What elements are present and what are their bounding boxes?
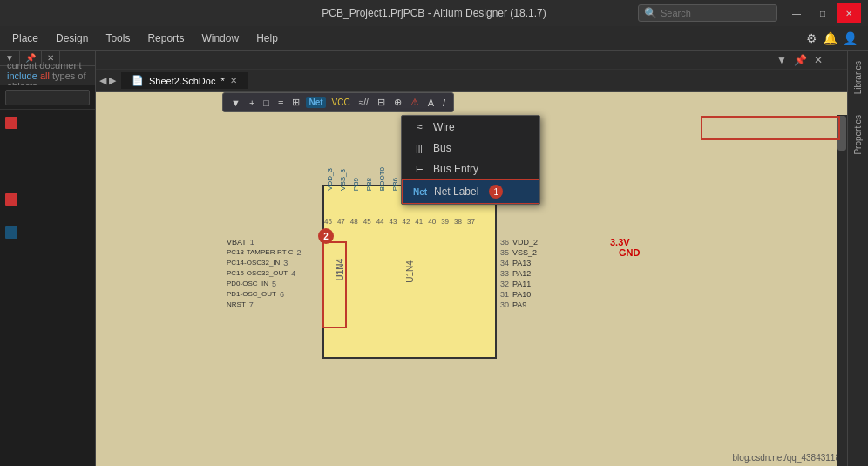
net-label-text: Net Label [434,186,478,198]
tpin-46: 46 [324,218,332,226]
tab-arrow-icon[interactable]: ◀ [99,75,106,86]
rpin-label-vdd2: VDD_2 [512,238,538,247]
rpin-label-pa12: PA12 [512,269,531,278]
right-sidebar: Libraries Properties [847,51,868,466]
tool-text[interactable]: A [425,96,437,110]
notification-icon[interactable]: 🔔 [823,31,837,45]
left-pin-labels: VBAT 1 PC13-TAMPER-RT C 2 PC14-OSC32_IN … [227,237,301,310]
search-input[interactable] [661,8,774,18]
rpin-label-pa13: PA13 [512,259,531,267]
pin-num-5: 5 [272,280,276,288]
schematic-area[interactable]: ▼ + □ ≡ ⊞ Net VCC ≈// ⊟ ⊕ ⚠ A / ≈ Wire [96,92,847,466]
sidebar-tab-libraries[interactable]: Libraries [850,51,866,105]
top-pin-pb8: PB8 [365,178,373,191]
top-pin-numbers: 46 47 48 45 44 43 42 41 40 39 38 37 [324,218,475,226]
menu-place[interactable]: Place [3,29,47,48]
pin-num-4: 4 [291,269,295,278]
tpin-43: 43 [390,218,397,226]
menu-tools[interactable]: Tools [97,29,139,48]
close-button[interactable]: ✕ [837,3,861,23]
tool-grid[interactable]: ⊞ [289,95,302,110]
menu-bar: Place Design Tools Reports Window Help ⚙… [0,26,868,51]
menu-item-bus-entry[interactable]: ⊢ Bus Entry [402,159,539,179]
menu-item-bus[interactable]: ||| Bus [402,138,539,159]
rpin-num-36: 36 [500,238,509,247]
net-label-icon: Net [413,187,427,197]
red-icon-1 [5,117,17,129]
rpin-num-32: 32 [500,280,509,288]
blue-icon-1 [5,226,17,239]
tool-wave[interactable]: ≈// [356,96,371,109]
pin-num-6: 6 [280,290,284,299]
menu-item-wire[interactable]: ≈ Wire [402,116,539,138]
tool-add[interactable]: + [247,96,257,110]
bus-entry-icon: ⊢ [412,165,426,174]
scroll-thumb[interactable] [837,116,846,151]
pin-label-pd0: PD0-OSC_IN [227,280,268,287]
left-panel: ▼ 📌 ✕ current document include all types… [0,51,96,466]
rpin-num-35: 35 [500,248,509,257]
menu-item-net-label[interactable]: Net Net Label 1 [402,179,539,204]
right-pin-labels: 36 VDD_2 35 VSS_2 34 PA13 33 PA12 [500,237,538,310]
tool-circle[interactable]: ⊕ [391,95,404,110]
pin-num-2: 2 [296,248,301,257]
scrollbar[interactable] [837,115,847,466]
bus-entry-label: Bus Entry [433,163,478,175]
tab-label: Sheet2.SchDoc [149,76,215,86]
tpin-42: 42 [402,218,410,226]
rpin-num-31: 31 [500,290,509,299]
tool-draw[interactable]: / [440,96,448,110]
chip-u1-label: U1N4 [336,259,345,281]
menu-help[interactable]: Help [248,29,287,48]
top-pin-vdd3: VDD_3 [326,168,334,191]
settings-icon[interactable]: ⚙ [806,31,817,45]
tpin-48: 48 [350,218,358,226]
red-icon-2 [5,193,17,206]
title-bar: PCB_Project1.PrjPCB - Altium Designer (1… [0,0,868,26]
tool-filter[interactable]: ▼ [228,96,243,110]
menu-reports[interactable]: Reports [139,29,193,48]
top-pin-pb6: PB6 [391,178,399,191]
badge-2: 2 [318,228,334,244]
search-icon: 🔍 [644,7,657,19]
net-label-badge: 1 [489,185,503,199]
search-bar[interactable]: 🔍 [638,4,777,22]
panel-dropdown-icon[interactable]: ▼ [776,54,787,66]
top-pin-boot0: BOOT0 [378,167,386,191]
main-container: ▼ 📌 ✕ current document include all types… [0,51,868,466]
rpin-label-pa9: PA9 [512,301,526,309]
panel-close-icon[interactable]: ✕ [814,54,823,66]
tab-bar: ◀ ▶ 📄 Sheet2.SchDoc * ✕ [96,70,847,92]
tool-vcc[interactable]: VCC [329,96,353,109]
watermark: blog.csdn.net/qq_43843118 [733,453,840,463]
sheet2-tab[interactable]: 📄 Sheet2.SchDoc * ✕ [121,72,248,89]
rpin-num-33: 33 [500,269,509,278]
tool-lines[interactable]: ≡ [275,96,286,110]
top-pin-vss3: VSS_3 [339,169,347,191]
tpin-45: 45 [363,218,371,226]
menu-design[interactable]: Design [47,29,97,48]
toolbar: ▼ + □ ≡ ⊞ Net VCC ≈// ⊟ ⊕ ⚠ A / [222,92,454,112]
tpin-40: 40 [428,218,436,226]
tab-close-button[interactable]: ✕ [230,76,237,85]
maximize-button[interactable]: □ [810,3,835,23]
tool-warning[interactable]: ⚠ [408,95,422,110]
tpin-41: 41 [415,218,423,226]
tool-net[interactable]: Net [306,97,325,108]
sidebar-tab-properties[interactable]: Properties [850,105,866,165]
current-doc-bar: current document include all types of ob… [0,66,95,85]
pin-num-7: 7 [249,301,254,309]
tab-arrow-right-icon[interactable]: ▶ [109,75,116,86]
tpin-47: 47 [337,218,345,226]
tool-rect[interactable]: □ [261,96,272,110]
chip-label: U1N4 [405,260,415,283]
pin-label-pc14: PC14-OSC32_IN [227,259,280,267]
user-icon[interactable]: 👤 [843,31,858,45]
tpin-44: 44 [376,218,384,226]
pin-label-vbat: VBAT [227,238,247,247]
minimize-button[interactable]: — [784,3,809,23]
panel-pin-icon[interactable]: 📌 [794,54,807,66]
top-panel-bar: ▼ 📌 ✕ [96,51,847,70]
tool-bus[interactable]: ⊟ [375,95,388,110]
menu-window[interactable]: Window [193,29,248,48]
